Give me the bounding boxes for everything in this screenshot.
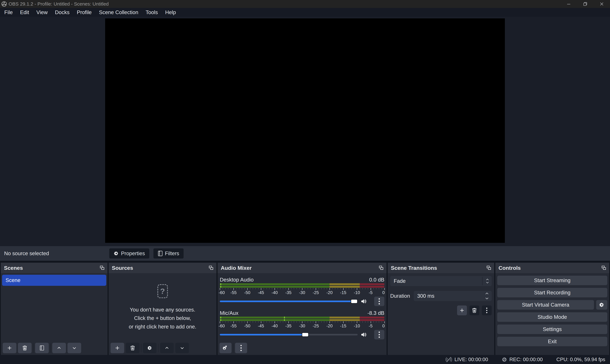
move-scene-up-button[interactable] [52,343,66,353]
volume-slider-handle[interactable] [351,299,358,304]
transitions-title: Scene Transitions [391,265,437,271]
obs-window: OBS 29.1.2 - Profile: Untitled - Scenes:… [0,0,610,364]
menu-docks[interactable]: Docks [51,8,73,17]
meter-scale-label: -20 [326,324,333,328]
menu-file[interactable]: File [1,8,16,17]
scene-transitions-panel: Scene Transitions Fade [388,263,494,355]
volume-slider-handle[interactable] [302,332,309,337]
add-scene-button[interactable] [3,343,16,353]
cpu-fps-stats: CPU: 0.0%, 59.94 fps [556,357,605,363]
no-source-label: No source selected [4,250,49,257]
start-virtual-camera-button[interactable]: Start Virtual Camera [497,300,594,310]
move-scene-down-button[interactable] [68,343,81,353]
select-arrows-icon [485,278,489,284]
meter-scale-label: -25 [313,290,319,295]
studio-mode-button[interactable]: Studio Mode [497,312,607,322]
empty-line: or right click here to add one. [109,323,216,331]
scene-list-item[interactable]: Scene [2,275,106,286]
meter-ticks [220,288,384,290]
title-bar: OBS 29.1.2 - Profile: Untitled - Scenes:… [0,0,610,8]
sources-toolbar [109,341,216,355]
move-source-down-button[interactable] [175,343,189,353]
menu-help[interactable]: Help [162,8,180,17]
duration-spinbox[interactable]: 300 ms [414,291,492,301]
meter-scale-label: -5 [369,324,373,328]
menu-view[interactable]: View [33,8,51,17]
add-transition-button[interactable] [457,305,467,315]
menu-edit[interactable]: Edit [16,8,33,17]
advanced-audio-button[interactable] [220,343,232,353]
close-button[interactable] [594,0,610,8]
speaker-icon[interactable] [360,298,367,305]
menu-bar: File Edit View Docks Profile Scene Colle… [0,8,610,17]
sources-empty-area[interactable]: ? You don't have any sources. Click the … [109,273,216,355]
remove-scene-button[interactable] [18,343,32,353]
preview-canvas[interactable] [105,18,505,243]
controls-panel: Controls Start Streaming Start Recording… [495,263,609,355]
mixer-options-button[interactable] [235,343,247,353]
properties-label: Properties [121,250,145,257]
meter-scale-label: -10 [354,290,360,295]
restore-button[interactable] [577,0,594,8]
channel-level: 0.0 dB [369,277,384,283]
meter-ticks [220,321,384,324]
virtual-camera-settings-button[interactable] [596,300,607,310]
channel-options-button[interactable] [374,330,384,339]
live-time: LIVE: 00:00:00 [455,357,488,363]
popout-icon[interactable] [602,266,606,270]
menu-profile[interactable]: Profile [73,8,96,17]
transition-select[interactable]: Fade [390,276,492,286]
start-streaming-button[interactable]: Start Streaming [497,276,607,285]
sources-title: Sources [112,265,133,271]
menu-tools[interactable]: Tools [142,8,162,17]
rec-inactive-icon [502,357,507,362]
popout-icon[interactable] [487,266,491,270]
sources-empty-state: ? You don't have any sources. Click the … [109,284,216,331]
source-toolbar: No source selected Properties [0,246,610,261]
minimize-button[interactable] [560,0,577,8]
meter-scale-label: -55 [230,290,237,295]
speaker-icon[interactable] [360,331,367,338]
menu-scene-collection[interactable]: Scene Collection [95,8,142,17]
meter-scale-label: 0 [382,290,385,295]
popout-icon[interactable] [100,266,104,270]
volume-slider[interactable] [220,296,358,306]
start-recording-button[interactable]: Start Recording [497,288,607,297]
channel-level: -8.3 dB [367,310,384,316]
transition-value: Fade [390,278,406,284]
transition-options-button[interactable] [482,305,492,315]
remove-transition-button[interactable] [470,305,479,315]
duration-label: Duration [390,293,411,299]
channel-options-button[interactable] [374,297,384,306]
remove-source-button[interactable] [126,343,139,353]
popout-icon[interactable] [209,266,213,270]
meter-scale-label: -15 [340,324,346,328]
spin-down-icon[interactable] [485,297,489,300]
meter-scale-label: -5 [369,290,373,295]
scene-filters-button[interactable] [35,343,49,353]
meter-scale-label: -30 [299,290,305,295]
exit-button[interactable]: Exit [497,337,607,346]
meter-scale-label: -10 [354,324,360,328]
properties-button[interactable]: Properties [109,248,149,259]
status-bar: LIVE: 00:00:00 REC: 00:00:00 CPU: 0.0%, … [0,355,610,364]
meter-scale-label: -55 [230,324,237,328]
window-title: OBS 29.1.2 - Profile: Untitled - Scenes:… [9,1,109,7]
audio-mixer-title: Audio Mixer [221,265,252,271]
meter-scale-label: -40 [272,290,278,295]
filters-label: Filters [165,250,179,257]
add-source-button[interactable] [111,343,124,353]
filter-icon [158,251,163,256]
move-source-up-button[interactable] [160,343,174,353]
filters-button[interactable]: Filters [153,248,184,259]
source-properties-button[interactable] [143,343,157,353]
workspace [0,17,610,246]
volume-slider[interactable] [220,330,358,340]
obs-logo-icon [1,1,7,7]
mixer-toolbar [218,341,387,355]
settings-button[interactable]: Settings [497,325,607,334]
meter-scale-label: 0 [382,324,385,328]
spin-up-icon[interactable] [485,292,489,295]
popout-icon[interactable] [379,266,383,270]
meter-scale-label: -60 [219,290,225,295]
